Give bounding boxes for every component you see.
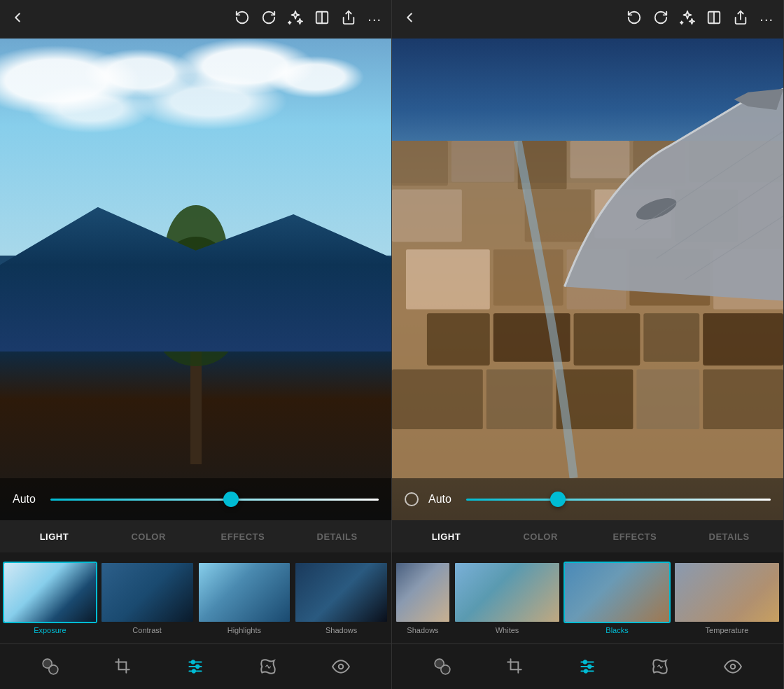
right-back-button[interactable] <box>402 10 417 29</box>
back-button[interactable] <box>10 10 25 29</box>
sliders-icon-right[interactable] <box>578 657 596 676</box>
right-panel: ··· <box>392 0 784 689</box>
thumb-temperature-right-canvas <box>675 563 779 622</box>
svg-rect-29 <box>392 190 462 242</box>
svg-point-17 <box>339 664 344 669</box>
thumb-exposure-canvas <box>4 563 96 622</box>
more-button[interactable]: ··· <box>368 11 382 27</box>
svg-point-8 <box>158 303 234 366</box>
right-undo-button[interactable] <box>626 10 642 29</box>
right-tabs: LIGHT COLOR EFFECTS DETAILS <box>392 520 783 552</box>
svg-point-60 <box>589 665 592 668</box>
eye-icon-left[interactable] <box>332 657 350 676</box>
tab-details-right[interactable]: DETAILS <box>682 526 776 548</box>
right-slider-thumb[interactable] <box>550 492 566 507</box>
right-auto-circle <box>405 492 419 506</box>
svg-rect-2 <box>316 12 322 24</box>
tab-details-left[interactable]: DETAILS <box>290 526 384 548</box>
svg-rect-20 <box>708 12 714 24</box>
svg-point-15 <box>197 665 200 668</box>
heal-icon-left[interactable] <box>259 657 277 676</box>
right-header-right: ··· <box>626 10 774 29</box>
thumb-highlights-label: Highlights <box>227 626 261 634</box>
svg-point-6 <box>158 237 234 328</box>
share-button[interactable] <box>341 10 356 29</box>
right-photo-area: Auto <box>392 39 783 520</box>
thumb-contrast-img <box>100 562 195 623</box>
svg-point-10 <box>49 665 58 674</box>
thumb-shadows[interactable]: Shadows <box>294 562 388 634</box>
right-share-button[interactable] <box>733 10 748 29</box>
left-thumbnails: Exposure Contrast Highlights Shadows <box>0 552 391 643</box>
svg-rect-48 <box>636 370 699 430</box>
left-header: ··· <box>0 0 391 39</box>
thumb-shadows-right-img <box>395 562 451 623</box>
thumb-exposure[interactable]: Exposure <box>3 562 97 634</box>
tab-light-left[interactable]: LIGHT <box>7 526 102 548</box>
redo-button[interactable] <box>261 10 276 29</box>
adjust-icon-right[interactable] <box>433 657 451 676</box>
thumb-whites-right[interactable]: Whites <box>454 562 561 634</box>
tab-color-right[interactable]: COLOR <box>493 526 588 548</box>
left-slider-track[interactable] <box>50 499 379 501</box>
left-panel: ··· Auto <box>0 0 392 689</box>
svg-rect-35 <box>406 250 490 310</box>
left-photo <box>0 39 391 520</box>
thumb-shadows-label: Shadows <box>326 626 357 634</box>
adjust-icon-left[interactable] <box>41 657 59 676</box>
right-redo-button[interactable] <box>653 10 668 29</box>
left-slider-thumb[interactable] <box>223 492 239 507</box>
split-button[interactable] <box>314 10 330 29</box>
right-split-button[interactable] <box>706 10 722 29</box>
thumb-contrast[interactable]: Contrast <box>100 562 195 634</box>
tab-light-right[interactable]: LIGHT <box>399 526 493 548</box>
thumb-whites-right-img <box>454 562 561 623</box>
thumb-exposure-label: Exposure <box>34 626 66 634</box>
sliders-icon-left[interactable] <box>186 657 204 676</box>
thumb-whites-right-canvas <box>455 563 559 622</box>
eye-icon-right[interactable] <box>724 657 742 676</box>
thumb-blacks-right-label: Blacks <box>606 626 628 634</box>
left-header-left <box>10 10 25 29</box>
svg-rect-23 <box>392 141 448 186</box>
svg-point-55 <box>441 665 450 674</box>
thumb-shadows-right[interactable]: Shadows <box>395 562 451 634</box>
thumb-shadows-canvas <box>295 563 387 622</box>
svg-rect-46 <box>486 370 553 430</box>
thumb-highlights[interactable]: Highlights <box>197 562 292 634</box>
thumb-blacks-right-canvas <box>565 563 669 622</box>
right-auto-label: Auto <box>428 493 456 506</box>
tab-effects-left[interactable]: EFFECTS <box>196 526 290 548</box>
thumb-temperature-right[interactable]: Temperature <box>673 562 780 634</box>
tab-effects-right[interactable]: EFFECTS <box>588 526 682 548</box>
wing-svg <box>529 62 783 327</box>
thumb-highlights-canvas <box>199 563 290 622</box>
right-thumbnails: Shadows Whites Blacks Temperature <box>392 552 783 643</box>
heal-icon-right[interactable] <box>651 657 669 676</box>
thumb-contrast-label: Contrast <box>132 626 162 634</box>
svg-rect-40 <box>427 314 490 366</box>
magic-button[interactable] <box>288 10 303 29</box>
svg-point-59 <box>584 660 587 663</box>
thumb-highlights-img <box>197 562 292 623</box>
svg-rect-24 <box>451 141 514 182</box>
right-slider-track[interactable] <box>466 499 771 501</box>
right-more-button[interactable]: ··· <box>760 11 774 27</box>
left-header-right: ··· <box>234 10 382 29</box>
thumb-blacks-right-img <box>564 562 671 623</box>
crop-icon-left[interactable] <box>114 657 132 676</box>
thumb-shadows-right-canvas <box>396 563 449 622</box>
thumb-temperature-right-img <box>673 562 780 623</box>
thumb-blacks-right[interactable]: Blacks <box>564 562 671 634</box>
undo-button[interactable] <box>234 10 250 29</box>
left-photo-area: Auto <box>0 39 391 520</box>
right-header: ··· <box>392 0 783 39</box>
right-header-left <box>402 10 417 29</box>
right-magic-button[interactable] <box>680 10 695 29</box>
left-auto-label: Auto <box>13 493 41 506</box>
svg-point-61 <box>584 669 587 672</box>
thumb-shadows-img <box>294 562 388 623</box>
tab-color-left[interactable]: COLOR <box>102 526 196 548</box>
right-auto-slider: Auto <box>392 478 783 520</box>
crop-icon-right[interactable] <box>506 657 524 676</box>
